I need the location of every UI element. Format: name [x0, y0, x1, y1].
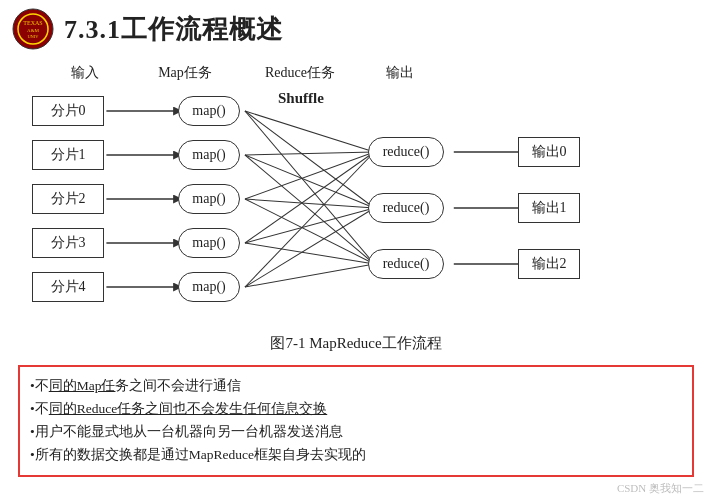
svg-line-10 [245, 111, 374, 152]
diagram-arrows [30, 90, 682, 330]
note-2: •不同的Reduce任务之间也不会发生任何信息交换 [30, 398, 682, 421]
map-3-box: map() [178, 228, 240, 258]
svg-line-23 [245, 208, 374, 287]
svg-line-14 [245, 155, 374, 208]
frag-4-box: 分片4 [32, 272, 104, 302]
svg-line-22 [245, 152, 374, 287]
note-3: •用户不能显式地从一台机器向另一台机器发送消息 [30, 421, 682, 444]
svg-line-15 [245, 155, 374, 264]
out-0-box: 输出0 [518, 137, 580, 167]
svg-line-13 [245, 152, 374, 155]
frag-3-box: 分片3 [32, 228, 104, 258]
map-4-box: map() [178, 272, 240, 302]
note-1: •不同的Map任务之间不会进行通信 [30, 375, 682, 398]
svg-text:A&M: A&M [27, 28, 40, 33]
out-2-box: 输出2 [518, 249, 580, 279]
svg-line-17 [245, 199, 374, 208]
svg-line-21 [245, 243, 374, 264]
frag-2-box: 分片2 [32, 184, 104, 214]
map-2-box: map() [178, 184, 240, 214]
svg-line-24 [245, 264, 374, 287]
out-1-box: 输出1 [518, 193, 580, 223]
reduce-col-header: Reduce任务 [240, 64, 360, 82]
svg-line-11 [245, 111, 374, 208]
svg-line-19 [245, 152, 374, 243]
university-logo-icon: TEXAS A&M UNIV [12, 8, 54, 50]
svg-line-18 [245, 199, 374, 264]
reduce-0-box: reduce() [368, 137, 444, 167]
column-headers: 输入 Map任务 Reduce任务 输出 [30, 64, 682, 82]
svg-line-20 [245, 208, 374, 243]
page-title: 7.3.1工作流程概述 [64, 12, 283, 47]
svg-text:UNIV: UNIV [27, 34, 39, 39]
diagram-container: 分片0 分片1 分片2 分片3 分片4 map() map() map() ma… [30, 90, 682, 330]
note-4: •所有的数据交换都是通过MapReduce框架自身去实现的 [30, 444, 682, 467]
map-col-header: Map任务 [130, 64, 240, 82]
input-col-header: 输入 [40, 64, 130, 82]
frag-1-box: 分片1 [32, 140, 104, 170]
svg-text:TEXAS: TEXAS [23, 20, 42, 26]
svg-line-16 [245, 152, 374, 199]
svg-line-12 [245, 111, 374, 264]
reduce-1-box: reduce() [368, 193, 444, 223]
diagram-section: 输入 Map任务 Reduce任务 输出 [0, 58, 712, 365]
shuffle-label: Shuffle [278, 90, 324, 107]
diagram-caption: 图7-1 MapReduce工作流程 [30, 334, 682, 353]
header: TEXAS A&M UNIV 7.3.1工作流程概述 [0, 0, 712, 58]
frag-0-box: 分片0 [32, 96, 104, 126]
output-col-header: 输出 [360, 64, 440, 82]
notes-section: •不同的Map任务之间不会进行通信 •不同的Reduce任务之间也不会发生任何信… [18, 365, 694, 477]
watermark: CSDN 奥我知一二 [617, 481, 704, 496]
map-1-box: map() [178, 140, 240, 170]
map-0-box: map() [178, 96, 240, 126]
reduce-2-box: reduce() [368, 249, 444, 279]
